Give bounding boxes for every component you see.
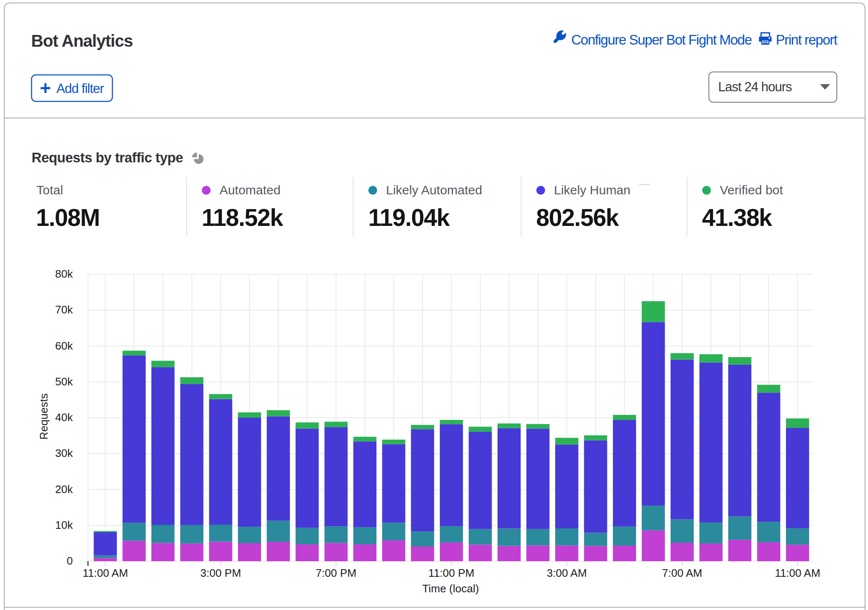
svg-text:3:00 PM: 3:00 PM: [200, 567, 241, 579]
svg-text:Configure Super Bot Fight Mode: Configure Super Bot Fight Mode: [571, 32, 751, 48]
svg-text:Requests: Requests: [37, 393, 50, 440]
svg-text:1.08M: 1.08M: [36, 204, 100, 231]
svg-text:Add filter: Add filter: [56, 81, 104, 96]
svg-text:11:00 PM: 11:00 PM: [429, 567, 474, 579]
svg-text:11:00 AM: 11:00 AM: [775, 567, 820, 579]
svg-text:Verified bot: Verified bot: [720, 183, 783, 197]
svg-text:Print report: Print report: [776, 32, 838, 48]
svg-text:Requests by traffic type: Requests by traffic type: [32, 150, 183, 165]
svg-text:Bot Analytics: Bot Analytics: [31, 32, 133, 50]
svg-text:118.52k: 118.52k: [202, 204, 283, 231]
svg-text:Total: Total: [37, 183, 63, 197]
svg-text:11:00 AM: 11:00 AM: [83, 567, 128, 579]
svg-text:7:00 PM: 7:00 PM: [316, 567, 357, 579]
svg-text:80k: 80k: [55, 268, 73, 280]
svg-text:Likely Automated: Likely Automated: [386, 183, 482, 197]
svg-text:40k: 40k: [55, 411, 73, 424]
svg-text:Last 24 hours: Last 24 hours: [718, 80, 792, 94]
svg-text:Time (local): Time (local): [422, 582, 479, 595]
svg-text:10k: 10k: [55, 519, 73, 531]
svg-text:802.56k: 802.56k: [536, 204, 619, 231]
svg-text:30k: 30k: [55, 447, 73, 459]
svg-text:50k: 50k: [55, 375, 73, 388]
svg-text:Automated: Automated: [219, 183, 280, 197]
svg-text:3:00 AM: 3:00 AM: [547, 567, 587, 579]
svg-text:0: 0: [67, 554, 73, 567]
svg-text:20k: 20k: [55, 483, 73, 496]
svg-text:119.04k: 119.04k: [368, 204, 450, 231]
svg-text:60k: 60k: [55, 339, 73, 352]
svg-text:70k: 70k: [55, 303, 73, 316]
svg-text:41.38k: 41.38k: [702, 204, 772, 231]
svg-text:Likely Human: Likely Human: [554, 183, 631, 197]
svg-text:7:00 AM: 7:00 AM: [662, 567, 702, 579]
